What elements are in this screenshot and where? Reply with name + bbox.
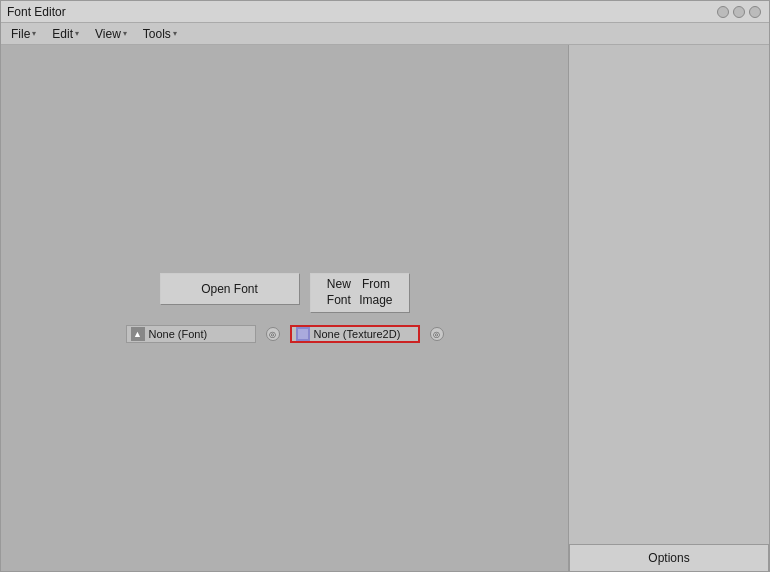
menu-tools-arrow: ▾ [173,29,177,38]
new-font-button[interactable]: New Font From Image [310,273,410,313]
center-area: Open Font New Font From Image ▲ None (Fo… [126,273,444,343]
texture-target-icon: ◎ [433,330,440,339]
window-title: Font Editor [7,5,66,19]
font-editor-window: Font Editor File ▾ Edit ▾ View ▾ Tools ▾ [0,0,770,572]
texture-icon [296,327,310,341]
new-font-line1: New Font [323,277,356,308]
maximize-button[interactable] [749,6,761,18]
font-field-text: None (Font) [149,328,251,340]
menu-bar: File ▾ Edit ▾ View ▾ Tools ▾ [1,23,769,45]
font-target-icon: ◎ [269,330,276,339]
window-controls [717,6,761,18]
font-target-button[interactable]: ◎ [266,327,280,341]
texture-target-button[interactable]: ◎ [430,327,444,341]
buttons-row: Open Font New Font From Image [160,273,410,313]
main-content: Open Font New Font From Image ▲ None (Fo… [1,45,769,571]
texture-field-text: None (Texture2D) [314,328,414,340]
title-bar: Font Editor [1,1,769,23]
menu-file[interactable]: File ▾ [3,25,44,43]
menu-edit-arrow: ▾ [75,29,79,38]
menu-view-arrow: ▾ [123,29,127,38]
open-font-button[interactable]: Open Font [160,273,300,305]
options-button[interactable]: Options [569,544,769,571]
menu-view[interactable]: View ▾ [87,25,135,43]
new-font-line2: From Image [355,277,396,308]
font-icon: ▲ [131,327,145,341]
right-panel: Options [569,45,769,571]
fields-row: ▲ None (Font) ◎ None (Texture2D) ◎ [126,325,444,343]
menu-edit[interactable]: Edit ▾ [44,25,87,43]
minimize-button[interactable] [733,6,745,18]
menu-file-arrow: ▾ [32,29,36,38]
close-button[interactable] [717,6,729,18]
left-panel: Open Font New Font From Image ▲ None (Fo… [1,45,569,571]
menu-tools[interactable]: Tools ▾ [135,25,185,43]
texture-asset-field[interactable]: None (Texture2D) [290,325,420,343]
font-asset-field[interactable]: ▲ None (Font) [126,325,256,343]
